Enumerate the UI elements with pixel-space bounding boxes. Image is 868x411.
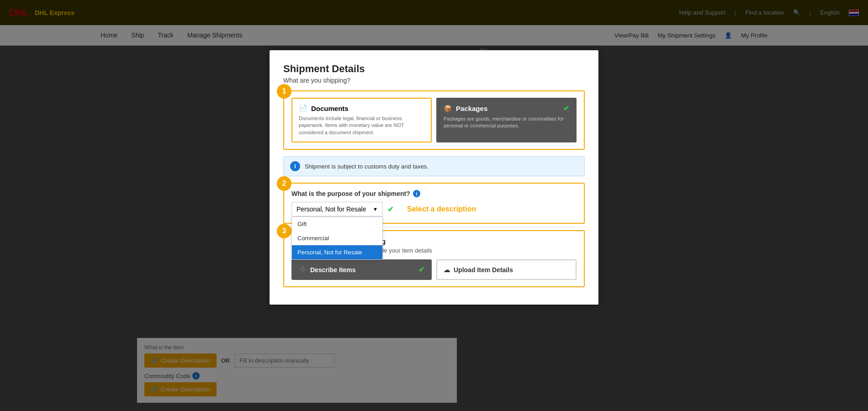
describe-items-option[interactable]: ➕ Describe Items ✔ (291, 259, 432, 280)
documents-icon: 📄 (299, 104, 307, 112)
modal-subtitle: What are you shipping? (283, 77, 585, 84)
packages-desc: Packages are goods, merchandise or commo… (444, 116, 569, 130)
modal-overlay: Shipment Details What are you shipping? … (0, 0, 868, 411)
shipment-details-modal: Shipment Details What are you shipping? … (270, 50, 598, 305)
describe-items-icon: ➕ (299, 266, 307, 274)
shipping-options: 📄 Documents Documents include legal, fin… (291, 98, 577, 142)
documents-label: Documents (311, 105, 349, 112)
purpose-check-icon: ✔ (387, 205, 393, 214)
purpose-select-wrapper: Personal, Not for Resale ▼ Gift Commerci… (291, 202, 383, 216)
describe-items-check: ✔ (418, 265, 424, 274)
documents-header: 📄 Documents (299, 104, 424, 112)
step1-section: 1 📄 Documents Documents include legal, f… (283, 90, 585, 150)
select-dropdown-arrow: ▼ (373, 206, 378, 212)
packages-header: 📦 Packages ✔ (444, 104, 569, 113)
step1-badge: 1 (277, 84, 291, 99)
customs-info-banner: i Shipment is subject to customs duty an… (283, 156, 585, 176)
dropdown-item-gift[interactable]: Gift (292, 217, 382, 231)
documents-option[interactable]: 📄 Documents Documents include legal, fin… (291, 98, 432, 142)
modal-title: Shipment Details (283, 63, 585, 75)
upload-items-label: Upload Item Details (454, 266, 513, 274)
purpose-dropdown: Gift Commercial Personal, Not for Resale (291, 216, 383, 260)
packages-option[interactable]: 📦 Packages ✔ Packages are goods, merchan… (436, 98, 577, 142)
step2-section: 2 What is the purpose of your shipment? … (283, 183, 585, 224)
customs-info-icon: i (290, 161, 300, 171)
purpose-question-text: What is the purpose of your shipment? (291, 190, 410, 197)
purpose-select-display[interactable]: Personal, Not for Resale ▼ (291, 202, 383, 216)
packages-icon: 📦 (444, 105, 452, 113)
dropdown-item-commercial[interactable]: Commercial (292, 231, 382, 245)
item-options: ➕ Describe Items ✔ ☁ Upload Item Details (291, 259, 577, 280)
step3-badge: 3 (277, 224, 291, 238)
packages-label: Packages (456, 105, 487, 112)
step2-badge: 2 (277, 176, 291, 191)
describe-items-label: Describe Items (310, 266, 356, 274)
customs-info-text: Shipment is subject to customs duty and … (305, 163, 429, 170)
selected-purpose-text: Personal, Not for Resale (296, 206, 366, 213)
select-description-label: Select a description (407, 205, 476, 213)
purpose-label: What is the purpose of your shipment? i (291, 190, 577, 197)
purpose-select-row: Personal, Not for Resale ▼ Gift Commerci… (291, 202, 577, 216)
upload-icon: ☁ (444, 266, 450, 274)
packages-check-icon: ✔ (563, 105, 569, 112)
dropdown-item-personal[interactable]: Personal, Not for Resale (292, 245, 382, 259)
upload-items-option[interactable]: ☁ Upload Item Details (436, 259, 577, 280)
documents-desc: Documents include legal, financial or bu… (299, 115, 424, 136)
purpose-info-icon[interactable]: i (413, 190, 420, 197)
